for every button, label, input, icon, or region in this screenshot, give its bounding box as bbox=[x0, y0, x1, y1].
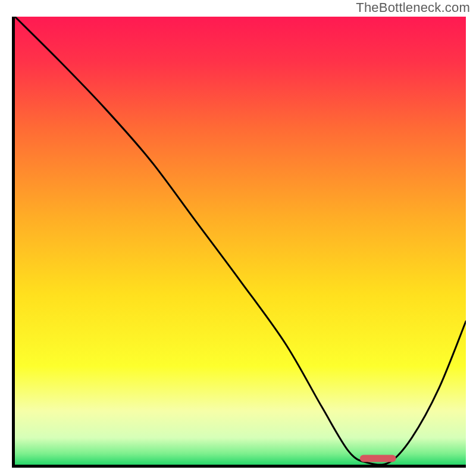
optimal-marker bbox=[360, 455, 396, 462]
watermark-text: TheBottleneck.com bbox=[356, 0, 470, 15]
chart-axes-frame bbox=[12, 17, 466, 468]
plot-area bbox=[15, 17, 466, 465]
chart-svg bbox=[15, 17, 466, 465]
